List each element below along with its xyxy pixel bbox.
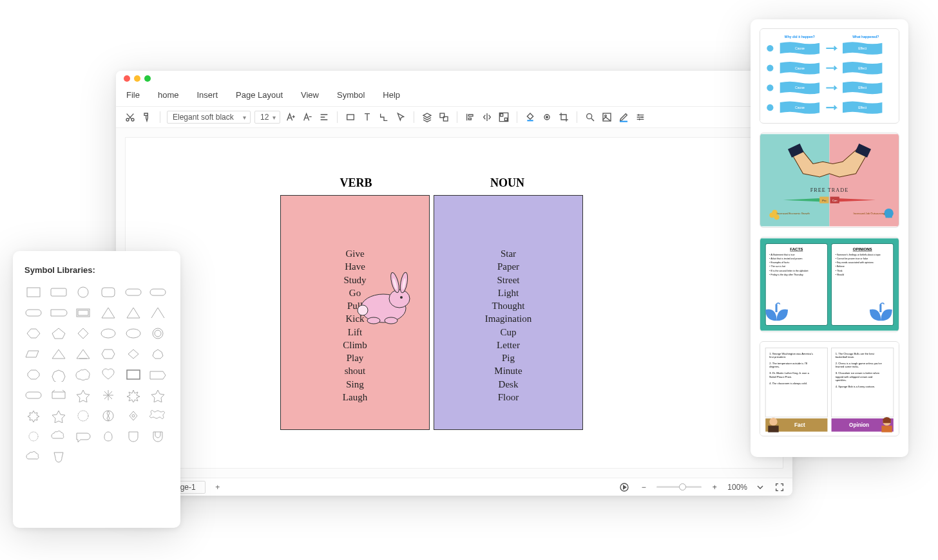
menu-help[interactable]: Help — [383, 90, 400, 100]
template-free-trade[interactable]: FREE TRADE Pro Con Increased Economic Gr… — [760, 133, 899, 228]
shape-item[interactable] — [99, 347, 117, 361]
font-size-select[interactable]: 12 — [254, 111, 280, 124]
shape-item[interactable] — [24, 368, 43, 382]
canvas[interactable]: VERB NOUN GiveHaveStudyGoPullKickLiftCli… — [116, 128, 792, 478]
template-fact-opinion-list[interactable]: 1. George Washington was America'sfirst … — [760, 341, 899, 436]
shape-item[interactable] — [124, 347, 142, 361]
shape-item[interactable] — [149, 368, 167, 382]
template-facts-opinions[interactable]: FACTS OPINIONS • A Statement that is tru… — [760, 237, 899, 332]
shape-item[interactable] — [99, 368, 117, 382]
fullscreen-icon[interactable] — [773, 481, 786, 494]
flip-icon[interactable] — [481, 111, 493, 124]
pointer-icon[interactable] — [394, 111, 407, 124]
shape-item[interactable] — [50, 347, 68, 361]
shape-item[interactable] — [124, 409, 142, 423]
shape-item[interactable] — [149, 326, 167, 341]
shape-item[interactable] — [74, 409, 92, 423]
shape-item[interactable] — [124, 326, 142, 341]
shape-item[interactable] — [99, 429, 117, 443]
decrease-font-icon[interactable] — [301, 111, 314, 124]
shape-item[interactable] — [149, 285, 167, 299]
shape-item[interactable] — [124, 368, 142, 382]
shape-item[interactable] — [50, 450, 68, 464]
shape-item[interactable] — [99, 409, 117, 423]
shape-style-icon[interactable] — [541, 111, 553, 124]
align-left-icon[interactable] — [464, 111, 477, 124]
menu-home[interactable]: home — [158, 90, 179, 100]
rabbit-image[interactable] — [345, 266, 422, 331]
shape-item[interactable] — [50, 306, 68, 320]
shape-item[interactable] — [74, 347, 92, 361]
shape-item[interactable] — [149, 409, 167, 423]
shape-item[interactable] — [24, 429, 43, 443]
shape-item[interactable] — [50, 429, 68, 443]
distribute-icon[interactable] — [497, 111, 510, 124]
shape-item[interactable] — [50, 409, 68, 423]
image-icon[interactable] — [600, 111, 613, 124]
menu-insert[interactable]: Insert — [196, 90, 218, 100]
shape-item[interactable] — [99, 306, 117, 320]
menu-file[interactable]: File — [126, 90, 140, 100]
shape-item[interactable] — [149, 429, 167, 443]
svg-text:• Someone's feelings or belief: • Someone's feelings or beliefs about a … — [836, 254, 881, 256]
increase-font-icon[interactable] — [284, 111, 297, 124]
pen-icon[interactable] — [617, 111, 630, 124]
t-chart[interactable]: VERB NOUN GiveHaveStudyGoPullKickLiftCli… — [280, 176, 583, 430]
zoom-out-icon[interactable]: − — [637, 481, 650, 494]
shape-item[interactable] — [24, 347, 43, 361]
template-cause-effect[interactable]: Why did it happen? What happened? CauseE… — [760, 28, 899, 124]
shape-item[interactable] — [149, 306, 167, 320]
align-icon[interactable] — [318, 111, 330, 124]
shape-item[interactable] — [24, 306, 43, 320]
connector-icon[interactable] — [378, 111, 390, 124]
shape-item[interactable] — [149, 347, 167, 361]
menu-page-layout[interactable]: Page Layout — [236, 90, 283, 100]
cut-icon[interactable] — [124, 111, 137, 124]
shape-item[interactable] — [50, 326, 68, 341]
layers-icon[interactable] — [421, 111, 434, 124]
shape-item[interactable] — [99, 285, 117, 299]
shape-item[interactable] — [24, 326, 43, 341]
settings-icon[interactable] — [634, 111, 647, 124]
text-icon[interactable] — [361, 111, 374, 124]
shape-item[interactable] — [124, 285, 142, 299]
shape-item[interactable] — [24, 450, 43, 464]
menu-symbol[interactable]: Symbol — [337, 90, 365, 100]
rectangle-icon[interactable] — [344, 111, 357, 124]
shape-item[interactable] — [124, 388, 142, 402]
chevron-down-icon[interactable] — [754, 481, 767, 494]
shape-item[interactable] — [149, 388, 167, 402]
shape-item[interactable] — [124, 429, 142, 443]
shape-item[interactable] — [50, 285, 68, 299]
shape-item[interactable] — [124, 306, 142, 320]
menu-view[interactable]: View — [301, 90, 319, 100]
shape-item[interactable] — [74, 368, 92, 382]
zoom-slider[interactable] — [656, 486, 702, 488]
shape-item[interactable] — [99, 326, 117, 341]
shape-item[interactable] — [50, 368, 68, 382]
shape-item[interactable] — [24, 285, 43, 299]
shape-item[interactable] — [50, 388, 68, 402]
shape-item[interactable] — [74, 326, 92, 341]
present-icon[interactable] — [618, 481, 631, 494]
close-icon[interactable] — [124, 75, 130, 82]
shape-item[interactable] — [74, 306, 92, 320]
shape-item[interactable] — [24, 409, 43, 423]
format-painter-icon[interactable] — [140, 111, 153, 124]
add-page-icon[interactable]: + — [212, 481, 224, 493]
shape-item[interactable] — [99, 388, 117, 402]
shape-item[interactable] — [74, 429, 92, 443]
shape-item[interactable] — [24, 388, 43, 402]
maximize-icon[interactable] — [144, 75, 151, 82]
canvas-page[interactable]: VERB NOUN GiveHaveStudyGoPullKickLiftCli… — [125, 137, 783, 469]
zoom-in-icon[interactable]: + — [708, 481, 721, 494]
font-select[interactable]: Elegant soft black — [167, 111, 251, 124]
search-icon[interactable] — [584, 111, 597, 124]
crop-icon[interactable] — [557, 111, 570, 124]
tchart-column-noun[interactable]: StarPaperStreetLightThoughtImaginationCu… — [434, 195, 583, 430]
group-icon[interactable] — [437, 111, 450, 124]
shape-item[interactable] — [74, 388, 92, 402]
fill-color-icon[interactable] — [524, 111, 537, 124]
minimize-icon[interactable] — [134, 75, 140, 82]
shape-item[interactable] — [74, 285, 92, 299]
